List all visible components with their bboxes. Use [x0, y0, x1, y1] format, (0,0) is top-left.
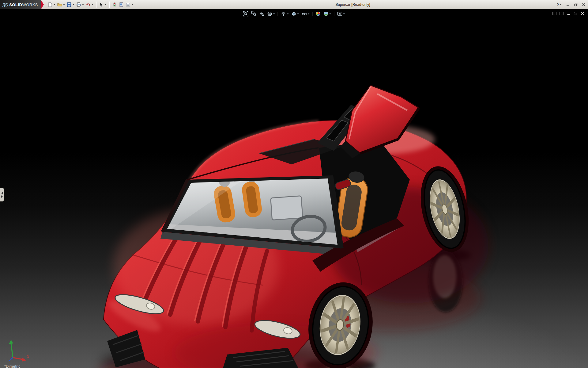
section-view-icon: [267, 11, 273, 17]
chevron-left-icon: [1, 192, 3, 194]
view-settings-icon: [337, 11, 343, 17]
new-document-button[interactable]: [47, 1, 56, 9]
rebuild-icon: [112, 2, 117, 7]
undo-icon: [86, 2, 91, 7]
apply-scene-icon: [323, 11, 329, 17]
chevron-down-icon[interactable]: [560, 4, 562, 5]
print-button[interactable]: [75, 1, 85, 9]
hide-show-items-icon: [302, 11, 307, 17]
save-icon: [67, 2, 72, 7]
previous-view-icon: [259, 11, 265, 17]
brand-name-secondary: WORKS: [22, 2, 38, 7]
section-view-button[interactable]: [266, 10, 276, 17]
toolbar-separator: [334, 12, 334, 16]
chevron-down-icon[interactable]: [131, 4, 133, 5]
select-cursor-icon: [99, 2, 104, 7]
toggle-left-pane-button[interactable]: [552, 11, 557, 16]
chevron-down-icon[interactable]: [297, 13, 299, 14]
document-window-controls: [552, 11, 585, 16]
title-bar: ƷS SOLIDWORKS: [0, 0, 588, 10]
restore-window-button[interactable]: [573, 1, 578, 8]
chevron-down-icon[interactable]: [287, 13, 289, 14]
open-button[interactable]: [56, 1, 66, 9]
minimize-window-button[interactable]: [565, 1, 570, 8]
doc-restore-icon: [574, 12, 578, 15]
restore-document-button[interactable]: [573, 11, 578, 16]
options-icon: [126, 2, 130, 7]
minimize-document-button[interactable]: [566, 11, 571, 16]
triad-x-label: x: [27, 354, 29, 358]
close-document-button[interactable]: [580, 11, 585, 16]
chevron-down-icon[interactable]: [54, 4, 55, 5]
supercar-model[interactable]: [0, 9, 588, 368]
toolbar-separator: [96, 2, 96, 8]
chevron-down-icon[interactable]: [92, 4, 93, 5]
options-button[interactable]: [125, 1, 134, 9]
brand-accent-icon: [41, 0, 44, 9]
close-window-button[interactable]: [581, 1, 586, 8]
minimize-icon: [566, 3, 570, 6]
heads-up-view-toolbar: [242, 10, 346, 17]
chevron-down-icon[interactable]: [330, 13, 331, 14]
brand-name-primary: SOLID: [9, 2, 22, 7]
featuremanager-collapsed-tab[interactable]: [0, 188, 4, 201]
view-orientation-button[interactable]: [280, 10, 290, 17]
window-controls: ?: [556, 0, 586, 9]
doc-close-icon: [581, 12, 585, 15]
graphics-area[interactable]: x *Dimetric: [0, 9, 588, 368]
chevron-down-icon[interactable]: [82, 4, 84, 5]
new-document-icon: [48, 2, 53, 7]
solidworks-logo: ƷS SOLIDWORKS: [0, 0, 41, 9]
toolbar-separator: [278, 12, 278, 16]
chevron-right-icon: [1, 195, 3, 198]
close-icon: [582, 3, 586, 6]
edit-appearance-button[interactable]: [315, 10, 322, 17]
chevron-down-icon[interactable]: [273, 13, 275, 14]
chevron-down-icon[interactable]: [105, 4, 107, 5]
toggle-right-pane-button[interactable]: [559, 11, 564, 16]
file-properties-icon: [119, 2, 124, 7]
hide-show-items-button[interactable]: [301, 10, 311, 17]
zoom-to-area-icon: [251, 11, 257, 17]
chevron-down-icon[interactable]: [63, 4, 65, 5]
chevron-down-icon[interactable]: [343, 13, 345, 14]
display-style-icon: [291, 11, 297, 17]
help-label: ?: [556, 2, 559, 7]
solidworks-window: ƷS SOLIDWORKS: [0, 0, 588, 368]
view-orientation-label: *Dimetric: [4, 364, 21, 368]
apply-scene-button[interactable]: [322, 10, 332, 17]
reference-triad: x: [4, 339, 31, 363]
undo-button[interactable]: [85, 1, 94, 9]
doc-minimize-icon: [567, 12, 571, 15]
toolbar-separator: [109, 2, 110, 8]
toggle-right-pane-icon: [560, 12, 564, 15]
view-settings-button[interactable]: [336, 10, 346, 17]
print-icon: [76, 2, 81, 7]
standard-toolbar: [47, 0, 134, 9]
dassault-3ds-logo-icon: ƷS: [2, 2, 8, 7]
restore-icon: [574, 3, 578, 6]
chevron-down-icon[interactable]: [308, 13, 310, 14]
toolbar-separator: [312, 12, 313, 16]
edit-appearance-icon: [315, 11, 321, 17]
save-button[interactable]: [66, 1, 75, 9]
previous-view-button[interactable]: [258, 10, 266, 17]
view-orientation-icon: [281, 11, 286, 17]
display-style-button[interactable]: [290, 10, 300, 17]
rebuild-button[interactable]: [111, 1, 118, 9]
zoom-to-area-button[interactable]: [250, 10, 258, 17]
document-title: Supercar [Read-only]: [335, 0, 370, 9]
file-properties-button[interactable]: [118, 1, 125, 9]
help-menu-button[interactable]: ?: [556, 1, 562, 8]
zoom-to-fit-icon: [243, 11, 249, 17]
toggle-left-pane-icon: [552, 12, 556, 15]
chevron-down-icon[interactable]: [73, 4, 74, 5]
select-button[interactable]: [98, 1, 107, 9]
open-folder-icon: [57, 2, 62, 7]
zoom-to-fit-button[interactable]: [242, 10, 250, 17]
